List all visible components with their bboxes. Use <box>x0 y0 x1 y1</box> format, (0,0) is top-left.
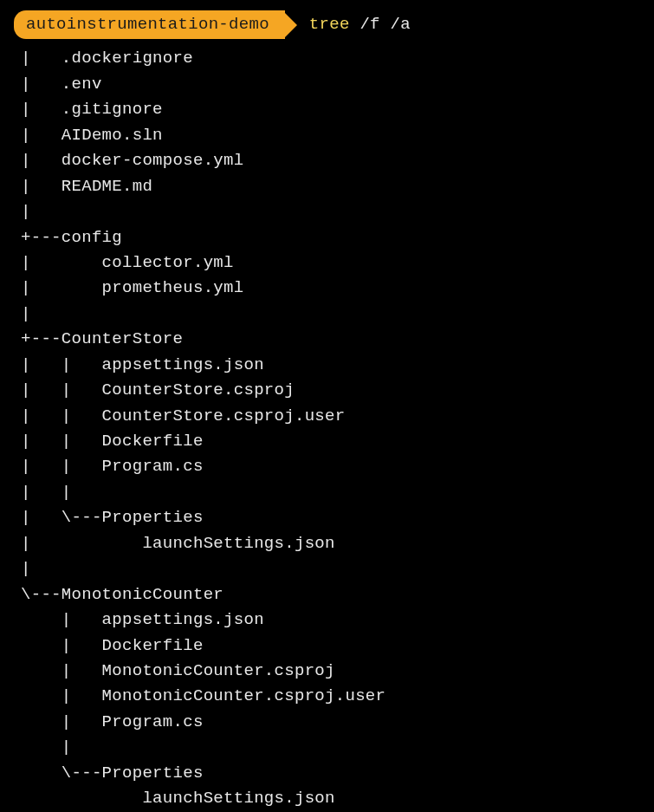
tree-line: | <box>21 199 640 224</box>
prompt-line: autoinstrumentation-demo tree /f /a <box>14 10 640 39</box>
command-name: tree <box>309 12 350 37</box>
tree-line: | collector.yml <box>21 250 640 276</box>
prompt-arrow-icon <box>285 13 297 37</box>
tree-line: | \---Properties <box>21 505 640 530</box>
tree-line: | docker-compose.yml <box>21 148 640 173</box>
tree-line: | appsettings.json <box>21 607 640 633</box>
tree-line: \---MonotonicCounter <box>21 582 640 607</box>
tree-line: | | <box>21 480 640 505</box>
tree-line: | .dockerignore <box>21 46 640 71</box>
tree-line: | | Program.cs <box>21 454 640 479</box>
tree-line: | Program.cs <box>21 710 640 735</box>
tree-line: | <box>21 556 640 581</box>
tree-line: | .env <box>21 72 640 97</box>
command-args: /f /a <box>359 12 411 37</box>
tree-line: | | Dockerfile <box>21 429 640 454</box>
tree-line: | launchSettings.json <box>21 531 640 556</box>
tree-line: | .gitignore <box>21 97 640 122</box>
tree-line: | MonotonicCounter.csproj.user <box>21 684 640 709</box>
tree-line: | AIDemo.sln <box>21 123 640 148</box>
tree-line: | MonotonicCounter.csproj <box>21 659 640 684</box>
tree-line: | | appsettings.json <box>21 353 640 378</box>
tree-line: +---config <box>21 225 640 250</box>
tree-line: | prometheus.yml <box>21 276 640 301</box>
tree-line: | README.md <box>21 174 640 199</box>
tree-line: | <box>21 302 640 327</box>
tree-line: | | CounterStore.csproj.user <box>21 404 640 429</box>
tree-line: launchSettings.json <box>21 786 640 811</box>
tree-line: | Dockerfile <box>21 633 640 659</box>
tree-line: \---Properties <box>21 761 640 786</box>
tree-output: | .dockerignore| .env| .gitignore| AIDem… <box>14 46 640 811</box>
tree-line: | <box>21 735 640 760</box>
prompt-cwd-badge: autoinstrumentation-demo <box>14 10 285 39</box>
tree-line: | | CounterStore.csproj <box>21 378 640 403</box>
tree-line: +---CounterStore <box>21 327 640 352</box>
